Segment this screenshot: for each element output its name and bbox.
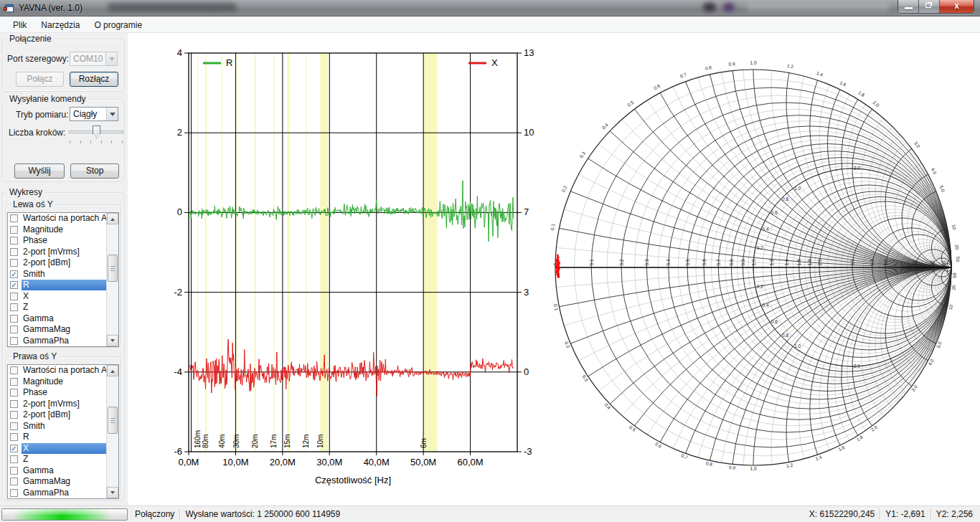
svg-text:0.8: 0.8 — [705, 460, 713, 467]
window-controls: x — [897, 0, 974, 14]
svg-text:1.2: 1.2 — [769, 259, 774, 265]
close-button[interactable]: x — [940, 0, 974, 13]
scrollbar-thumb[interactable] — [108, 407, 118, 434]
right-axis-item-2-port-mvrms-[interactable]: 2-port [mVrms] — [8, 399, 118, 410]
checkbox-icon[interactable] — [10, 389, 18, 397]
list-item-label: Z — [22, 302, 118, 313]
checkbox-icon[interactable] — [10, 467, 18, 475]
left-axis-item-r[interactable]: ✓R — [8, 280, 118, 291]
right-axis-item-gammapha[interactable]: GammaPha — [8, 488, 118, 499]
checkbox-icon[interactable] — [10, 366, 18, 374]
checkbox-icon[interactable] — [10, 337, 18, 345]
svg-text:3.0: 3.0 — [910, 384, 918, 392]
left-axis-item-warto-ci-na-portach-adc[interactable]: Wartości na portach ADC — [8, 213, 118, 224]
serial-port-combo[interactable]: COM10 — [70, 52, 118, 66]
right-axis-series-list[interactable]: Wartości na portach ADCMagnitudePhase2-p… — [7, 364, 119, 499]
steps-slider[interactable] — [68, 125, 124, 145]
left-axis-item-magnitude[interactable]: Magnitude — [8, 224, 118, 236]
svg-text:2.0: 2.0 — [872, 100, 881, 108]
left-axis-item-2-port-mvrms-[interactable]: 2-port [mVrms] — [8, 247, 118, 258]
svg-text:10: 10 — [524, 127, 534, 138]
checkbox-icon[interactable] — [10, 400, 18, 408]
left-axis-series-list[interactable]: Wartości na portach ADCMagnitudePhase2-p… — [7, 212, 119, 347]
right-axis-item-magnitude[interactable]: Magnitude — [8, 376, 118, 388]
list-scrollbar[interactable] — [106, 213, 118, 346]
checkbox-icon[interactable]: ✓ — [10, 281, 18, 289]
connect-button[interactable]: Połącz — [16, 72, 64, 87]
right-axis-item-smith[interactable]: Smith — [8, 421, 118, 432]
checkbox-icon[interactable] — [10, 214, 18, 222]
list-item-label: Phase — [22, 387, 118, 398]
checkbox-icon[interactable] — [10, 248, 18, 256]
left-axis-item-gammamag[interactable]: GammaMag — [8, 324, 118, 336]
connection-group-label: Połączenie — [7, 34, 54, 44]
right-axis-item-r[interactable]: R — [8, 432, 118, 443]
right-axis-item-phase[interactable]: Phase — [8, 387, 118, 399]
svg-text:1.0: 1.0 — [750, 60, 756, 65]
checkbox-icon[interactable]: ✓ — [10, 445, 18, 452]
right-axis-item-x[interactable]: ✓X — [8, 443, 118, 455]
left-axis-item-x[interactable]: X — [8, 291, 118, 303]
right-axis-item-warto-ci-na-portach-adc[interactable]: Wartości na portach ADC — [8, 365, 118, 376]
list-item-label: X — [22, 291, 118, 302]
checkbox-icon[interactable] — [10, 293, 18, 300]
statusbar: Połączony Wysłane wartości: 1 250000 600… — [0, 506, 980, 522]
scroll-down-icon[interactable] — [107, 335, 118, 346]
scrollbar-thumb[interactable] — [108, 255, 118, 282]
measure-mode-combo[interactable]: Ciągły — [70, 107, 118, 121]
menu-o-programie[interactable]: O programie — [87, 18, 149, 32]
left-axis-item-gamma[interactable]: Gamma — [8, 313, 118, 325]
svg-text:7: 7 — [524, 207, 529, 217]
svg-text:0: 0 — [177, 207, 182, 217]
checkbox-icon[interactable] — [10, 411, 18, 419]
svg-text:4.0: 4.0 — [927, 358, 935, 366]
checkbox-icon[interactable] — [10, 489, 18, 497]
right-axis-item-gamma[interactable]: Gamma — [8, 465, 118, 477]
left-axis-item-z[interactable]: Z — [8, 302, 118, 313]
checkbox-icon[interactable] — [10, 378, 18, 386]
svg-text:0.1: 0.1 — [589, 259, 594, 265]
disconnect-button[interactable]: Rozłącz — [70, 72, 118, 87]
right-axis-item-2-port-dbm-[interactable]: 2-port [dBm] — [8, 409, 118, 421]
send-button[interactable]: Wyślij — [14, 163, 65, 179]
frequency-chart[interactable]: 41321007-23-40-6-30,0M10,0M20,0M30,0M40,… — [128, 33, 543, 506]
right-axis-item-gammamag[interactable]: GammaMag — [8, 476, 118, 488]
checkbox-icon[interactable] — [10, 259, 18, 267]
svg-text:20: 20 — [930, 260, 935, 266]
checkbox-icon[interactable] — [10, 422, 18, 430]
svg-text:1.4: 1.4 — [815, 454, 823, 461]
checkbox-icon[interactable] — [10, 455, 18, 463]
checkbox-icon[interactable] — [10, 237, 18, 245]
checkbox-icon[interactable] — [10, 478, 18, 485]
menu-narzedzia[interactable]: Narzędzia — [34, 18, 87, 32]
list-scrollbar[interactable] — [106, 365, 118, 498]
checkbox-icon[interactable] — [10, 433, 18, 441]
list-item-label: Wartości na portach ADC — [22, 213, 118, 224]
svg-text:2.0: 2.0 — [817, 259, 822, 265]
left-axis-item-gammapha[interactable]: GammaPha — [8, 336, 118, 347]
list-item-label: Smith — [22, 269, 118, 280]
menubar: Plik Narzędzia O programie — [0, 17, 980, 33]
scroll-up-icon[interactable] — [107, 213, 118, 224]
svg-text:0.2: 0.2 — [757, 245, 763, 250]
scroll-down-icon[interactable] — [107, 487, 118, 498]
left-axis-item-2-port-dbm-[interactable]: 2-port [dBm] — [8, 257, 118, 269]
checkbox-icon[interactable]: ✓ — [10, 270, 18, 278]
left-axis-item-smith[interactable]: ✓Smith — [8, 269, 118, 280]
smith-chart[interactable]: 00.10.20.30.40.50.60.70.80.91.01.21.41.6… — [543, 33, 980, 506]
svg-text:0.1: 0.1 — [550, 223, 556, 231]
scroll-up-icon[interactable] — [107, 365, 118, 376]
restore-button[interactable] — [919, 0, 940, 13]
left-axis-item-phase[interactable]: Phase — [8, 235, 118, 247]
list-item-label: GammaPha — [22, 336, 118, 346]
right-axis-item-z[interactable]: Z — [8, 454, 118, 465]
menu-plik[interactable]: Plik — [6, 18, 34, 32]
svg-text:0.1: 0.1 — [553, 303, 560, 311]
minimize-button[interactable] — [898, 0, 919, 13]
checkbox-icon[interactable] — [10, 303, 18, 311]
stop-button[interactable]: Stop — [70, 163, 119, 179]
checkbox-icon[interactable] — [10, 315, 18, 323]
checkbox-icon[interactable] — [10, 226, 18, 234]
slider-thumb[interactable] — [93, 125, 100, 138]
checkbox-icon[interactable] — [10, 326, 18, 333]
